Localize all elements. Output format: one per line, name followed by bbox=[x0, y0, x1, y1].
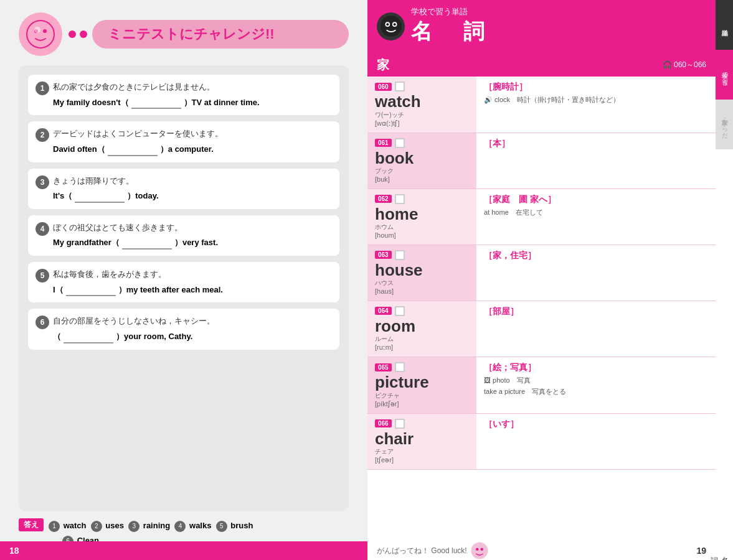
q5-en: I（ ）my teeth after each meal. bbox=[53, 282, 332, 297]
vocab-meaning-book: ［本］ bbox=[484, 138, 708, 149]
side-tab-tango[interactable]: 単語編 bbox=[716, 0, 733, 50]
vocab-meaning-home: ［家庭 圃 家へ］ bbox=[484, 194, 708, 205]
title-text: ミニテストにチャレンジ!! bbox=[108, 25, 275, 44]
side-tab-school[interactable]: 学校で習う bbox=[716, 50, 733, 100]
q2-number: 2 bbox=[35, 128, 49, 142]
category-title: 名 詞 bbox=[411, 17, 489, 46]
vocab-left-picture: 065 picture ピクチャ [píktʃər] bbox=[367, 357, 476, 413]
question-2: 2 デービッドはよくコンピューターを使います。 David often（ ）a … bbox=[28, 121, 339, 162]
vocab-checkbox-062[interactable] bbox=[395, 194, 405, 204]
mascot-right bbox=[377, 12, 405, 40]
vocab-meaning-watch: ［腕時計］ bbox=[484, 82, 708, 93]
vocab-word-home: home bbox=[375, 205, 469, 223]
vocab-kana-book: ブック bbox=[375, 167, 469, 175]
vocab-meaning-room: ［部屋］ bbox=[484, 306, 708, 317]
vocab-word-watch: watch bbox=[375, 93, 469, 111]
vocab-phonetic-house: [haus] bbox=[375, 287, 469, 295]
vocab-phonetic-book: [buk] bbox=[375, 175, 469, 183]
vocab-left-house: 063 house ハウス [haus] bbox=[367, 245, 476, 301]
vocab-note-picture: 🖼 photo 写真take a picture 写真をとる bbox=[484, 375, 708, 397]
side-bottom: 名詞 bbox=[716, 149, 733, 560]
vocab-num-060: 060 bbox=[375, 83, 392, 91]
svg-point-2 bbox=[43, 29, 47, 33]
question-6: 6 自分の部屋をそうじしなさいね，キャシー。 （ ）your room, Cat… bbox=[28, 309, 339, 349]
vocab-right-watch: ［腕時計］ 🔊 clock 時計（掛け時計・置き時計など） bbox=[476, 77, 716, 133]
vocab-note-watch: 🔊 clock 時計（掛け時計・置き時計など） bbox=[484, 95, 708, 106]
side-tab-tango-label: 単語編 bbox=[720, 22, 729, 28]
vocab-phonetic-picture: [píktʃər] bbox=[375, 400, 469, 408]
q4-en: My grandfather（ ）very fast. bbox=[53, 235, 332, 250]
vocab-row-picture: 065 picture ピクチャ [píktʃər] ［絵；写真］ 🖼 phot… bbox=[367, 357, 716, 414]
q4-number: 4 bbox=[35, 222, 49, 236]
vocab-word-book: book bbox=[375, 149, 469, 167]
vocab-checkbox-060[interactable] bbox=[395, 82, 405, 91]
vocab-checkbox-061[interactable] bbox=[395, 138, 405, 148]
svg-point-7 bbox=[386, 23, 389, 26]
dot-1 bbox=[69, 30, 76, 38]
vocab-num-064: 064 bbox=[375, 307, 392, 315]
q3-number: 3 bbox=[35, 175, 49, 189]
vocab-word-house: house bbox=[375, 261, 469, 279]
left-page-number: 18 bbox=[9, 546, 19, 556]
q6-en: （ ）your room, Cathy. bbox=[53, 329, 332, 343]
question-5: 5 私は毎食後，歯をみがきます。 I（ ）my teeth after each… bbox=[28, 262, 339, 302]
right-main-content: 学校で習う単語 名 詞 家 🎧 060～066 060 bbox=[367, 0, 716, 560]
q5-number: 5 bbox=[35, 269, 49, 282]
right-page: 学校で習う単語 名 詞 家 🎧 060～066 060 bbox=[367, 0, 733, 560]
vocab-kana-chair: チェア bbox=[375, 447, 469, 456]
audio-info: 🎧 060～066 bbox=[663, 60, 706, 70]
vocab-row-watch: 060 watch ワ(ー)ッチ [wɑ(ː)tʃ] ［腕時計］ 🔊 clock… bbox=[367, 77, 716, 133]
right-footer: がんばってね！ Good luck! 19 bbox=[367, 541, 716, 560]
svg-point-11 bbox=[480, 548, 483, 551]
q1-number: 1 bbox=[35, 82, 49, 95]
q3-en: It's（ ）today. bbox=[53, 189, 332, 203]
vocab-left-chair: 066 chair チェア [tʃeər] bbox=[367, 414, 476, 470]
vocab-kana-room: ルーム bbox=[375, 335, 469, 343]
vocab-checkbox-064[interactable] bbox=[395, 306, 405, 316]
q2-en: David often（ ）a computer. bbox=[53, 142, 332, 156]
section-header-row: 家 🎧 060～066 bbox=[367, 54, 716, 77]
left-page-footer: 18 bbox=[0, 541, 367, 560]
vocab-table: 家 🎧 060～066 060 watch ワ(ー)ッチ [wɑ(ː)tʃ] bbox=[367, 54, 716, 541]
mascot-face-icon bbox=[25, 19, 56, 50]
side-kanji-label: 名詞 bbox=[716, 548, 733, 554]
vocab-meaning-chair: ［いす］ bbox=[484, 419, 708, 430]
side-tabs: 単語編 学校で習う 家族・からだ 名詞 bbox=[716, 0, 733, 560]
dot-2 bbox=[80, 30, 87, 38]
answers-label: 答え bbox=[19, 518, 44, 531]
footer-mascot-icon bbox=[470, 541, 489, 560]
title-banner: ミニテストにチャレンジ!! bbox=[92, 20, 349, 49]
vocab-phonetic-watch: [wɑ(ː)tʃ] bbox=[375, 119, 469, 128]
vocab-left-home: 062 home ホウム [houm] bbox=[367, 189, 476, 245]
questions-container: 1 私の家では夕食のときにテレビは見ません。 My family doesn't… bbox=[19, 65, 349, 511]
vocab-num-061: 061 bbox=[375, 139, 392, 147]
vocab-checkbox-063[interactable] bbox=[395, 250, 405, 260]
vocab-left-book: 061 book ブック [buk] bbox=[367, 133, 476, 189]
vocab-right-house: ［家，住宅］ bbox=[476, 245, 716, 301]
category-sub: 学校で習う単語 bbox=[411, 6, 489, 17]
right-page-number: 19 bbox=[696, 546, 706, 556]
vocab-row-book: 061 book ブック [buk] ［本］ bbox=[367, 133, 716, 189]
q6-jp: 自分の部屋をそうじしなさいね，キャシー。 bbox=[53, 315, 332, 327]
left-header: ミニテストにチャレンジ!! bbox=[19, 12, 349, 56]
vocab-kana-house: ハウス bbox=[375, 279, 469, 287]
vocab-checkbox-066[interactable] bbox=[395, 419, 405, 429]
mascot-left bbox=[19, 12, 62, 56]
vocab-checkbox-065[interactable] bbox=[395, 362, 405, 372]
side-tab-family[interactable]: 家族・からだ bbox=[716, 100, 733, 149]
vocab-kana-watch: ワ(ー)ッチ bbox=[375, 111, 469, 119]
vocab-meaning-house: ［家，住宅］ bbox=[484, 250, 708, 261]
svg-point-9 bbox=[471, 543, 488, 559]
mascot-right-icon bbox=[379, 14, 403, 38]
q2-jp: デービッドはよくコンピューターを使います。 bbox=[53, 128, 332, 140]
vocab-row-home: 062 home ホウム [houm] ［家庭 圃 家へ］ at home 在宅… bbox=[367, 189, 716, 245]
svg-point-4 bbox=[380, 16, 401, 37]
vocab-num-062: 062 bbox=[375, 195, 392, 203]
right-header: 学校で習う単語 名 詞 bbox=[367, 0, 716, 54]
vocab-right-book: ［本］ bbox=[476, 133, 716, 189]
svg-point-8 bbox=[393, 23, 395, 26]
vocab-phonetic-chair: [tʃeər] bbox=[375, 456, 469, 464]
side-tab-family-label: 家族・からだ bbox=[720, 111, 729, 138]
vocab-word-picture: picture bbox=[375, 373, 469, 391]
q1-jp: 私の家では夕食のときにテレビは見ません。 bbox=[53, 81, 332, 93]
